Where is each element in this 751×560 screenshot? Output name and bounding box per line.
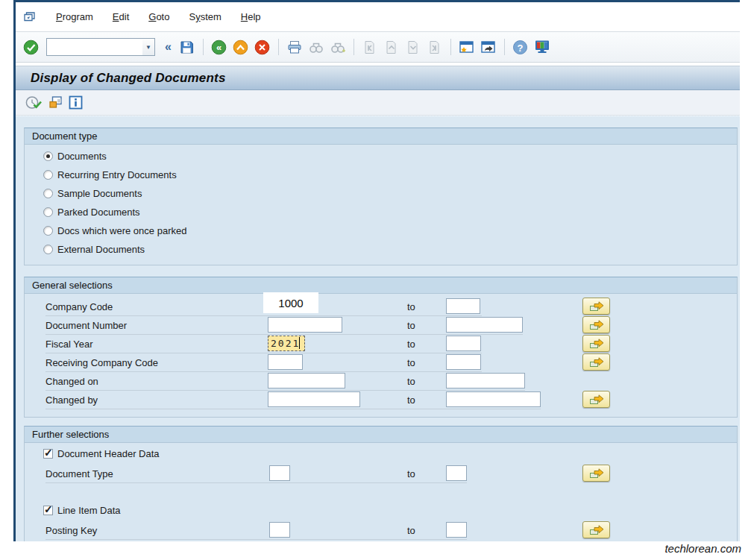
multiple-selection-button[interactable] — [582, 316, 610, 333]
help-icon[interactable]: ? — [512, 37, 530, 57]
field-label: Changed by — [45, 394, 98, 406]
radio-icon[interactable] — [43, 245, 53, 254]
row-changed-by: Changed by to — [25, 391, 737, 409]
radio-label: Docs which were once parked — [57, 225, 186, 236]
radio-icon[interactable] — [43, 207, 53, 217]
command-dropdown-icon[interactable]: ▼ — [142, 39, 154, 55]
field-label: Document Type — [45, 468, 113, 479]
group-document-type: Document type Documents Recurring Entry … — [24, 128, 738, 265]
to-label: to — [407, 394, 415, 406]
multiple-selection-button[interactable] — [582, 391, 610, 408]
page-title: Display of Changed Documents — [31, 71, 226, 86]
to-label: to — [407, 468, 415, 479]
radio-label: Recurring Entry Documents — [57, 169, 177, 180]
checkbox-document-header-data[interactable]: Document Header Data — [43, 447, 160, 459]
changed-by-input[interactable] — [268, 391, 360, 407]
last-page-icon[interactable] — [426, 37, 444, 57]
row-receiving-company-code: Receiving Company Code to — [25, 353, 737, 372]
checkbox-label: Line Item Data — [57, 505, 121, 516]
save-icon[interactable] — [178, 37, 196, 57]
field-label: Document Number — [45, 320, 127, 331]
multiple-selection-button[interactable] — [582, 465, 610, 482]
find-icon[interactable] — [307, 37, 325, 57]
next-page-icon[interactable] — [404, 37, 422, 57]
to-label: to — [407, 339, 415, 350]
radio-icon[interactable] — [43, 226, 53, 236]
text-cursor — [299, 337, 300, 349]
multiple-selection-button[interactable] — [582, 298, 610, 315]
title-bar: Display of Changed Documents — [16, 66, 740, 90]
customize-layout-icon[interactable] — [533, 37, 551, 57]
exit-icon[interactable] — [232, 37, 250, 57]
changed-on-input[interactable] — [268, 373, 345, 388]
to-label: to — [407, 357, 415, 368]
menu-item-goto[interactable]: Goto — [139, 8, 179, 25]
radio-label: Documents — [57, 151, 107, 162]
document-type-input[interactable] — [269, 465, 290, 481]
checkbox-icon[interactable] — [43, 449, 53, 459]
changed-by-to-input[interactable] — [446, 391, 541, 407]
multiple-selection-button[interactable] — [582, 353, 610, 371]
row-document-number: Document Number to — [25, 316, 737, 335]
toolbar-separator — [203, 39, 204, 55]
find-next-icon[interactable] — [329, 37, 347, 57]
radio-label: Parked Documents — [57, 207, 140, 218]
changed-on-to-input[interactable] — [446, 373, 525, 388]
get-variant-icon[interactable] — [48, 95, 63, 110]
window-menu-icon[interactable] — [23, 11, 36, 22]
group-general-selections: General selections 1000 Company Code to … — [24, 277, 738, 418]
receiving-company-code-input[interactable] — [268, 354, 303, 370]
cancel-icon[interactable] — [254, 37, 271, 57]
execute-icon[interactable] — [25, 95, 43, 110]
enter-icon[interactable] — [22, 37, 40, 57]
radio-icon[interactable] — [43, 151, 53, 161]
radio-label: Sample Documents — [57, 188, 142, 199]
checkbox-icon[interactable] — [43, 506, 53, 515]
collapse-icon[interactable]: « — [162, 40, 175, 54]
menu-item-edit[interactable]: Edit — [103, 8, 139, 25]
group-title: Document type — [25, 128, 737, 145]
document-number-to-input[interactable] — [446, 317, 523, 333]
information-icon[interactable] — [69, 95, 83, 110]
radio-documents[interactable]: Documents — [43, 149, 107, 163]
radio-docs-once-parked[interactable]: Docs which were once parked — [43, 224, 186, 237]
multiple-selection-button[interactable] — [582, 521, 610, 538]
radio-label: External Documents — [57, 244, 145, 255]
radio-icon[interactable] — [43, 170, 53, 180]
company-code-to-input[interactable] — [446, 298, 480, 314]
command-field[interactable] — [47, 40, 142, 54]
row-changed-on: Changed on to — [25, 372, 737, 391]
new-session-icon[interactable] — [458, 37, 476, 57]
radio-parked-documents[interactable]: Parked Documents — [43, 205, 140, 218]
group-title: General selections — [25, 277, 737, 294]
company-code-value[interactable]: 1000 — [263, 292, 318, 313]
toolbar-separator — [504, 39, 505, 55]
row-fiscal-year: Fiscal Year to — [25, 335, 737, 353]
print-icon[interactable] — [286, 37, 304, 57]
selection-screen: Document type Documents Recurring Entry … — [16, 116, 740, 541]
application-toolbar — [16, 90, 740, 116]
multiple-selection-button[interactable] — [582, 335, 610, 352]
radio-sample-documents[interactable]: Sample Documents — [43, 186, 142, 200]
document-type-to-input[interactable] — [446, 465, 467, 481]
create-shortcut-icon[interactable] — [480, 37, 497, 57]
menu-item-program[interactable]: Program — [46, 8, 103, 25]
radio-recurring-entry-documents[interactable]: Recurring Entry Documents — [43, 168, 177, 181]
menu-item-system[interactable]: System — [179, 8, 230, 25]
radio-external-documents[interactable]: External Documents — [43, 242, 145, 256]
to-label: to — [407, 320, 415, 331]
document-number-input[interactable] — [268, 317, 342, 333]
first-page-icon[interactable] — [361, 37, 379, 57]
receiving-company-code-to-input[interactable] — [446, 354, 481, 370]
posting-key-to-input[interactable] — [446, 522, 467, 538]
radio-icon[interactable] — [43, 189, 53, 198]
back-icon[interactable]: « — [210, 37, 228, 57]
checkbox-line-item-data[interactable]: Line Item Data — [43, 504, 121, 516]
posting-key-input[interactable] — [269, 522, 290, 538]
previous-page-icon[interactable] — [383, 37, 400, 57]
svg-text:?: ? — [518, 42, 524, 53]
menu-item-help[interactable]: Help — [231, 8, 271, 25]
fiscal-year-to-input[interactable] — [446, 336, 481, 351]
field-label: Changed on — [45, 376, 98, 387]
menu-bar: Program Edit Goto System Help — [16, 2, 740, 32]
